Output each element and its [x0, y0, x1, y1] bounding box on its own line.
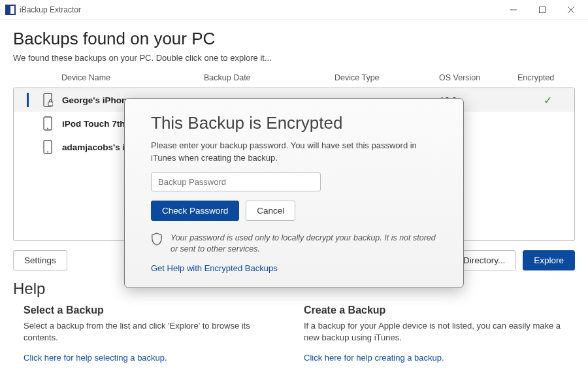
- col-backup-date[interactable]: Backup Date: [204, 73, 335, 82]
- maximize-button[interactable]: [528, 1, 557, 19]
- col-device-type[interactable]: Device Type: [335, 73, 439, 82]
- app-icon: [5, 5, 16, 15]
- shield-icon: [151, 233, 163, 250]
- help-select-body: Select a backup from the list and click …: [24, 320, 284, 344]
- page-heading: Backups found on your PC: [13, 29, 575, 49]
- phone-lock-icon: [33, 93, 62, 107]
- titlebar: iBackup Extractor: [0, 0, 588, 20]
- encrypted-dialog: This Backup is Encrypted Please enter yo…: [124, 98, 464, 288]
- svg-rect-5: [48, 102, 53, 106]
- explore-button[interactable]: Explore: [523, 250, 575, 270]
- settings-button[interactable]: Settings: [13, 250, 67, 270]
- help-select-link[interactable]: Click here for help selecting a backup.: [24, 353, 167, 363]
- col-os-version[interactable]: OS Version: [439, 73, 517, 82]
- phone-icon: [33, 116, 62, 131]
- svg-point-7: [47, 128, 48, 129]
- col-device-name[interactable]: Device Name: [61, 73, 204, 82]
- help-select-title: Select a Backup: [24, 304, 284, 316]
- help-create-body: If a backup for your Apple device is not…: [304, 320, 564, 344]
- check-password-button[interactable]: Check Password: [151, 201, 239, 221]
- close-button[interactable]: [557, 1, 585, 19]
- page-subtitle: We found these backups on your PC. Doubl…: [13, 53, 575, 63]
- minimize-button[interactable]: [499, 1, 528, 19]
- dialog-body: Please enter your backup password. You w…: [151, 140, 444, 165]
- svg-rect-1: [540, 7, 546, 12]
- password-input[interactable]: [151, 172, 321, 191]
- table-header: Device Name Backup Date Device Type OS V…: [13, 69, 575, 88]
- col-encrypted[interactable]: Encrypted: [517, 73, 576, 82]
- dialog-help-link[interactable]: Get Help with Encrypted Backups: [151, 263, 278, 273]
- phone-icon: [33, 140, 62, 154]
- cancel-button[interactable]: Cancel: [246, 201, 295, 221]
- dialog-title: This Backup is Encrypted: [151, 113, 444, 133]
- dialog-notice: Your password is used only to locally de…: [171, 233, 444, 255]
- row-encrypted: ✓: [518, 94, 575, 106]
- svg-point-9: [47, 152, 48, 153]
- help-create-title: Create a Backup: [304, 304, 564, 316]
- window-title: iBackup Extractor: [20, 5, 81, 14]
- help-create-link[interactable]: Click here for help creating a backup.: [304, 353, 444, 363]
